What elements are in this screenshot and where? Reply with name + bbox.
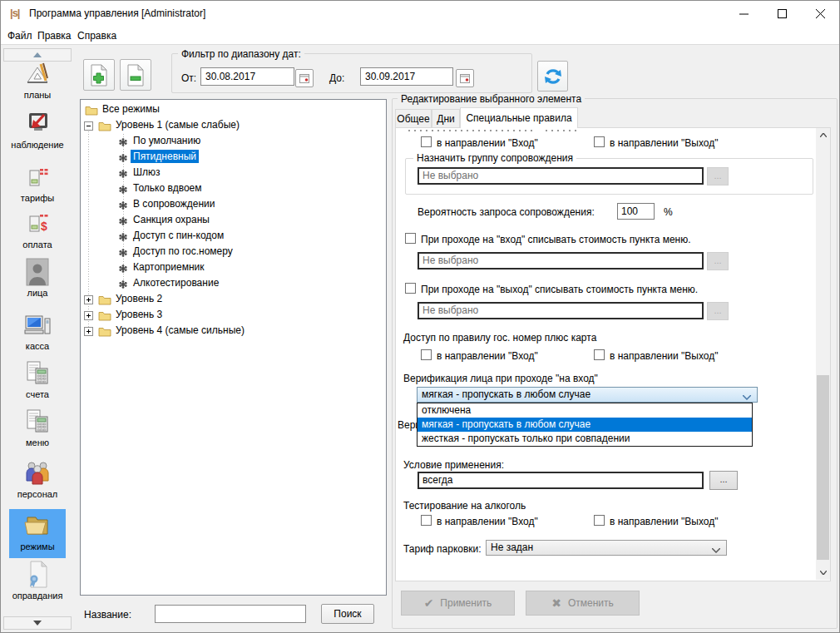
dropdown-option-disabled[interactable]: отключена [418, 403, 752, 418]
dropdown-option-soft-selected[interactable]: мягкая - пропускать в любом случае [418, 418, 752, 432]
remove-item-button[interactable] [120, 59, 151, 91]
menu-on-exit-more-button[interactable]: ... [707, 302, 729, 320]
tree-item-all-modes[interactable]: Все режимы [100, 102, 162, 116]
tree-item-guard-sanction[interactable]: Санкция охраны [131, 213, 212, 226]
tree-item-level4[interactable]: Уровень 4 (самые сильные) [113, 324, 247, 337]
checkbox-alcohol-in[interactable] [421, 515, 432, 526]
mode-bullet-icon [119, 185, 127, 196]
sidebar-item-plany[interactable]: планы [1, 59, 74, 101]
dropdown-option-strict[interactable]: жесткая - пропускать только при совпаден… [418, 432, 752, 446]
checkbox-direction-out[interactable] [594, 136, 605, 147]
menu-on-entry-field[interactable]: Не выбрано [418, 252, 704, 270]
condition-field[interactable]: всегда [418, 472, 704, 489]
sidebar-item-personal[interactable]: персонал [1, 458, 74, 500]
date-from-input[interactable] [200, 67, 294, 86]
escort-group-field[interactable]: Не выбрано [418, 167, 704, 185]
tree-item-level3[interactable]: Уровень 3 [113, 308, 165, 321]
checkmark-icon: ✔ [424, 596, 434, 610]
date-to-input[interactable] [360, 67, 453, 86]
tree-item-five-day-selected[interactable]: Пятидневный [131, 150, 199, 163]
sidebar-item-rezhimy[interactable]: режимы [9, 509, 66, 558]
tab-general[interactable]: Общее [395, 109, 432, 127]
expand-expander-icon[interactable] [84, 327, 93, 336]
tree-item-alco-test[interactable]: Алкотестирование [131, 276, 221, 289]
title-bar: |s| Программа управления [Administrator] [1, 1, 839, 26]
escort-group-legend: Назначить группу сопровождения [413, 152, 576, 164]
parking-combobox[interactable]: Не задан [486, 540, 727, 556]
refresh-button[interactable] [537, 61, 568, 91]
expand-expander-icon[interactable] [84, 311, 93, 320]
menu-bar: Файл Правка Справка [1, 26, 839, 45]
tree-item-escorted[interactable]: В сопровождении [131, 197, 218, 210]
cancel-button[interactable]: ✖ Отменить [526, 591, 640, 616]
barrier-icon [23, 162, 52, 192]
menu-help[interactable]: Справка [74, 29, 120, 42]
checkbox-alcohol-out-label: в направлении "Выход" [610, 516, 718, 527]
checkbox-menu-on-exit[interactable] [405, 283, 416, 294]
checkbox-plate-out[interactable] [594, 349, 605, 360]
tree-item-only-two[interactable]: Только вдвоем [131, 181, 205, 195]
scrollbar-up-button[interactable] [816, 128, 830, 142]
apply-button[interactable]: ✔ Применить [401, 591, 515, 616]
menu-on-entry-more-button[interactable]: ... [707, 252, 729, 270]
condition-more-button[interactable]: ... [709, 471, 738, 490]
face-verification-label: Верификация лица при проходе "на вход" [403, 373, 598, 384]
person-photo-icon [25, 257, 50, 287]
clipped-scrolled-text [408, 130, 533, 131]
face-verification-combobox[interactable]: мягкая - пропускать в любом случае [417, 387, 758, 403]
scrollbar-down-button[interactable] [816, 566, 830, 580]
add-item-button[interactable] [83, 59, 115, 91]
menu-on-entry-label: При проходе на "вход" списывать стоимост… [421, 234, 691, 245]
people-group-icon [23, 458, 52, 488]
menu-edit[interactable]: Правка [34, 29, 75, 42]
chevron-down-icon [820, 571, 827, 575]
checkbox-plate-in[interactable] [421, 349, 432, 360]
mode-bullet-icon [119, 216, 127, 228]
close-button[interactable] [801, 1, 839, 26]
sidebar-item-kassa[interactable]: касса [1, 310, 74, 352]
sidebar-item-nablyudenie[interactable]: наблюдение [1, 109, 74, 151]
sidebar-item-tarify[interactable]: тарифы [1, 162, 74, 204]
editor-legend: Редактирование выбранного элемента [398, 93, 585, 105]
sidebar-item-menyu[interactable]: меню [1, 407, 74, 448]
checkbox-alcohol-out[interactable] [594, 515, 605, 526]
sidebar-item-label: наблюдение [11, 140, 63, 150]
sidebar-item-litsa[interactable]: лица [1, 257, 74, 299]
search-input[interactable] [155, 605, 306, 623]
maximize-button[interactable] [763, 1, 801, 26]
tab-days[interactable]: Дни [432, 109, 460, 127]
checkbox-direction-in[interactable] [421, 136, 432, 147]
minimize-button[interactable] [724, 1, 763, 26]
tree-item-plate-access[interactable]: Доступ по гос.номеру [131, 245, 235, 258]
collapse-expander-icon[interactable] [84, 121, 93, 131]
expand-expander-icon[interactable] [84, 295, 93, 304]
sidebar-item-opravdaniya[interactable]: оправдания [1, 560, 74, 601]
sidebar-item-label: тарифы [21, 193, 54, 203]
search-button[interactable]: Поиск [321, 604, 374, 624]
apply-button-label: Применить [440, 597, 492, 609]
sidebar-item-oplata[interactable]: $ оплата [1, 209, 74, 250]
sidebar-item-label: оправдания [12, 591, 63, 601]
parking-label: Тариф парковки: [403, 543, 482, 555]
tree-item-pin-access[interactable]: Доступ с пин-кодом [131, 229, 226, 242]
escort-group-more-button[interactable]: ... [707, 167, 729, 185]
tree-item-default[interactable]: По умолчанию [131, 134, 203, 147]
checkbox-menu-on-entry[interactable] [405, 233, 416, 244]
menu-on-exit-field[interactable]: Не выбрано [418, 302, 704, 319]
checkbox-plate-out-label: в направлении "Выход" [610, 350, 718, 362]
scrollbar-thumb[interactable] [817, 375, 829, 560]
date-to-calendar-button[interactable] [456, 69, 474, 87]
date-from-calendar-button[interactable] [295, 69, 314, 87]
tree-item-card-capture[interactable]: Картоприемник [131, 260, 207, 274]
probability-unit: % [664, 206, 673, 218]
sidebar-scroll-down-button[interactable] [3, 616, 72, 630]
probability-input[interactable] [617, 203, 655, 220]
tree-item-level2[interactable]: Уровень 2 [113, 292, 165, 305]
menu-file[interactable]: Файл [4, 29, 36, 42]
date-to-label: До: [329, 72, 344, 84]
close-icon [816, 9, 825, 18]
sidebar-item-scheta[interactable]: счета [1, 359, 74, 400]
tab-special-rules[interactable]: Специальные правила [460, 107, 578, 128]
tree-item-level1[interactable]: Уровень 1 (самые слабые) [113, 118, 242, 131]
tree-item-gateway[interactable]: Шлюз [131, 166, 163, 179]
